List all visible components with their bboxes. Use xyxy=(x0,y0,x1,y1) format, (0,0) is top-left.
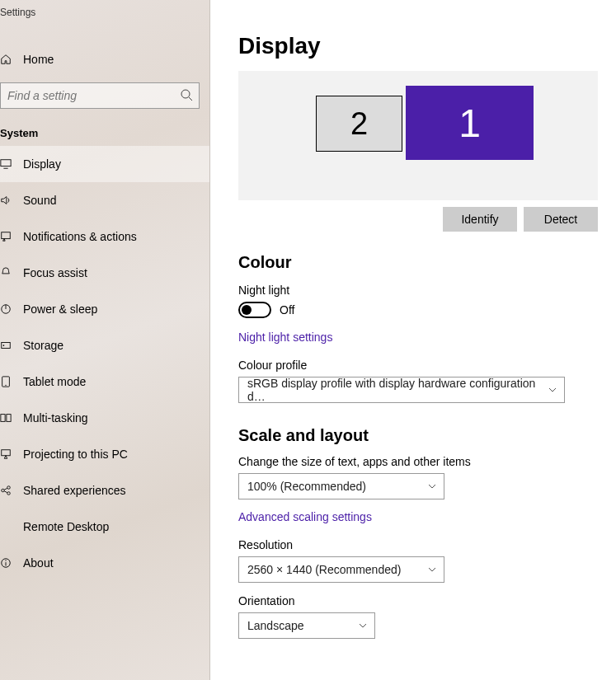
svg-line-18 xyxy=(4,491,7,493)
tablet-icon xyxy=(0,376,12,387)
projecting-icon xyxy=(0,448,12,460)
identify-button[interactable]: Identify xyxy=(443,207,517,232)
home-icon xyxy=(0,54,12,65)
colour-profile-value: sRGB display profile with display hardwa… xyxy=(247,377,539,403)
resolution-label: Resolution xyxy=(238,538,616,551)
night-light-state: Off xyxy=(280,303,294,317)
notifications-icon xyxy=(0,231,12,242)
orientation-select[interactable]: Landscape xyxy=(238,612,375,639)
chevron-down-icon xyxy=(358,621,368,631)
svg-point-0 xyxy=(181,90,190,98)
sound-icon xyxy=(0,195,12,206)
category-header: System xyxy=(0,119,209,146)
sidebar-item-power[interactable]: Power & sleep xyxy=(0,291,209,327)
svg-line-17 xyxy=(4,488,7,490)
sidebar-item-label: Remote Desktop xyxy=(23,520,109,533)
sidebar-item-label: Multi-tasking xyxy=(23,411,88,424)
sidebar-item-label: Focus assist xyxy=(23,266,87,279)
svg-line-1 xyxy=(189,97,192,101)
shared-icon xyxy=(0,485,12,496)
monitor-2[interactable]: 2 xyxy=(316,96,402,152)
home-nav[interactable]: Home xyxy=(0,46,209,73)
storage-icon xyxy=(0,340,12,351)
power-icon xyxy=(0,303,12,315)
sidebar-item-sound[interactable]: Sound xyxy=(0,182,209,218)
svg-point-15 xyxy=(7,486,11,490)
sidebar-item-label: Display xyxy=(23,157,61,171)
sidebar-item-display[interactable]: Display xyxy=(0,146,209,182)
svg-point-16 xyxy=(7,492,11,495)
sidebar-item-notifications[interactable]: Notifications & actions xyxy=(0,218,209,255)
search-icon xyxy=(180,88,193,101)
resolution-value: 2560 × 1440 (Recommended) xyxy=(247,563,401,576)
sidebar: Settings Home System Display Sound Notif… xyxy=(0,0,210,680)
svg-point-14 xyxy=(2,489,5,492)
svg-rect-4 xyxy=(2,232,11,239)
monitor-1[interactable]: 1 xyxy=(406,86,534,160)
sidebar-item-about[interactable]: About xyxy=(0,545,209,581)
sidebar-item-label: Power & sleep xyxy=(23,302,97,316)
night-light-toggle[interactable] xyxy=(238,302,271,318)
sidebar-item-label: Shared experiences xyxy=(23,484,126,497)
section-scale: Scale and layout xyxy=(238,426,616,445)
focus-assist-icon xyxy=(0,267,12,279)
sidebar-item-multitasking[interactable]: Multi-tasking xyxy=(0,400,209,436)
sidebar-item-label: About xyxy=(23,556,54,570)
section-colour: Colour xyxy=(238,253,616,272)
night-light-row: Off xyxy=(238,302,616,318)
svg-rect-13 xyxy=(2,450,11,456)
page-title: Display xyxy=(238,33,616,59)
advanced-scaling-link[interactable]: Advanced scaling settings xyxy=(238,510,372,523)
sidebar-item-label: Storage xyxy=(23,339,63,352)
sidebar-item-shared[interactable]: Shared experiences xyxy=(0,472,209,509)
svg-point-8 xyxy=(3,345,5,346)
detect-button[interactable]: Detect xyxy=(524,207,598,232)
colour-profile-label: Colour profile xyxy=(238,359,616,372)
sidebar-item-label: Projecting to this PC xyxy=(23,448,128,461)
svg-rect-7 xyxy=(2,343,11,349)
sidebar-item-projecting[interactable]: Projecting to this PC xyxy=(0,436,209,472)
night-light-settings-link[interactable]: Night light settings xyxy=(238,331,332,344)
search-wrap xyxy=(0,82,200,109)
multitasking-icon xyxy=(0,412,12,424)
svg-rect-11 xyxy=(1,415,5,422)
resolution-select[interactable]: 2560 × 1440 (Recommended) xyxy=(238,556,444,583)
night-light-label: Night light xyxy=(238,284,616,297)
sidebar-item-storage[interactable]: Storage xyxy=(0,327,209,363)
sidebar-item-remote[interactable]: Remote Desktop xyxy=(0,509,209,545)
orientation-value: Landscape xyxy=(247,619,304,632)
monitor-buttons: Identify Detect xyxy=(238,207,598,232)
sidebar-item-label: Tablet mode xyxy=(23,375,86,388)
svg-rect-2 xyxy=(1,160,11,166)
display-icon xyxy=(0,158,12,170)
text-size-value: 100% (Recommended) xyxy=(247,480,366,493)
colour-profile-select[interactable]: sRGB display profile with display hardwa… xyxy=(238,377,565,403)
chevron-down-icon xyxy=(427,565,437,574)
monitor-arrangement[interactable]: 2 1 xyxy=(238,71,598,200)
svg-rect-12 xyxy=(7,415,11,422)
svg-point-21 xyxy=(5,560,6,560)
text-size-select[interactable]: 100% (Recommended) xyxy=(238,473,444,499)
window-title: Settings xyxy=(0,3,209,26)
text-size-label: Change the size of text, apps and other … xyxy=(238,455,616,468)
about-icon xyxy=(0,557,12,569)
sidebar-item-tablet[interactable]: Tablet mode xyxy=(0,363,209,400)
main-content: Display 2 1 Identify Detect Colour Night… xyxy=(210,0,616,680)
orientation-label: Orientation xyxy=(238,594,616,607)
chevron-down-icon xyxy=(427,481,437,491)
chevron-down-icon xyxy=(548,385,557,395)
sidebar-item-label: Sound xyxy=(23,194,56,207)
search-input[interactable] xyxy=(0,82,200,109)
home-label: Home xyxy=(23,53,54,66)
svg-point-10 xyxy=(5,385,6,386)
nav-list: Display Sound Notifications & actions Fo… xyxy=(0,146,209,581)
sidebar-item-label: Notifications & actions xyxy=(23,230,137,243)
sidebar-item-focus-assist[interactable]: Focus assist xyxy=(0,255,209,291)
